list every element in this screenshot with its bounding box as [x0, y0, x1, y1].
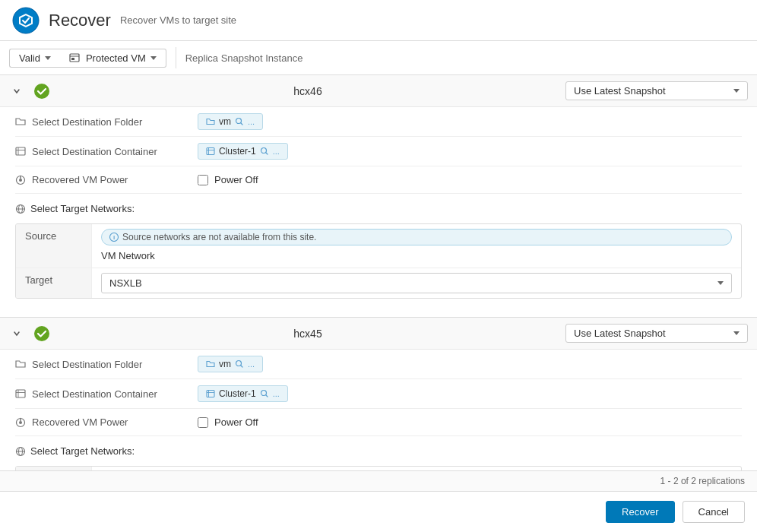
- filter-protected-vm[interactable]: Protected VM: [60, 49, 166, 68]
- vm1-power-checkbox[interactable]: [198, 175, 208, 185]
- svg-rect-3: [71, 58, 74, 60]
- vm1-status-icon: [33, 83, 50, 100]
- vm2-networks-title: Select Target Networks:: [15, 442, 742, 460]
- vm2-dest-folder-row: Select Destination Folder vm: [15, 350, 742, 379]
- vm2-details: Select Destination Folder vm: [0, 350, 757, 470]
- check-circle-icon: [33, 83, 50, 100]
- vm1-networks-section: Select Target Networks: Source i: [15, 200, 742, 305]
- vm1-folder-tag[interactable]: vm ...: [198, 113, 263, 130]
- vm-header-row-2: hcx45 Use Latest Snapshot: [0, 318, 757, 350]
- chevron-down-icon-2: [13, 330, 21, 337]
- svg-line-33: [265, 395, 268, 397]
- vm2-folder-search-icon: [235, 359, 244, 369]
- vm2-snapshot-select[interactable]: Use Latest Snapshot: [565, 324, 748, 343]
- replica-snapshot-label: Replica Snapshot Instance: [185, 52, 303, 64]
- vm1-container-dots: ...: [273, 147, 280, 156]
- vm1-target-label: Target: [16, 268, 92, 298]
- filter-valid[interactable]: Valid: [9, 49, 60, 68]
- folder-icon: [15, 116, 26, 127]
- vm2-networks-table: Source i Source networks are not availab…: [15, 466, 742, 470]
- vm1-networks-table: Source i Source networks are not availab…: [15, 223, 742, 299]
- vm1-power-checkbox-wrap: Power Off: [198, 174, 258, 185]
- vm2-power-row: Recovered VM Power Power Off: [15, 409, 742, 436]
- vm1-source-info-text: Source networks are not available from t…: [122, 232, 316, 242]
- recover-button[interactable]: Recover: [606, 501, 674, 523]
- vm1-container-tag[interactable]: Cluster-1 ...: [198, 143, 288, 160]
- filter-valid-label: Valid: [19, 52, 40, 64]
- network-icon: [15, 204, 26, 214]
- info-icon: i: [109, 233, 119, 242]
- protected-vm-icon: [69, 52, 80, 63]
- vm1-details: Select Destination Folder vm: [0, 107, 757, 317]
- svg-point-0: [13, 8, 39, 33]
- folder-tag-icon: [206, 117, 215, 126]
- vm2-folder-dots: ...: [248, 359, 255, 369]
- vm1-target-select[interactable]: NSXLB: [101, 273, 732, 293]
- vm1-container-search-icon: [260, 147, 269, 156]
- vm1-container-name: Cluster-1: [219, 146, 256, 157]
- vm1-snapshot-chevron: [733, 89, 740, 93]
- vm1-snapshot-value: Use Latest Snapshot: [574, 85, 666, 97]
- svg-line-14: [265, 153, 268, 155]
- vm1-dest-folder-value: vm ...: [198, 107, 742, 136]
- vm-section-1: hcx46 Use Latest Snapshot Select Destina…: [0, 75, 757, 318]
- status-text: 1 - 2 of 2 replications: [660, 476, 745, 486]
- power-icon-2: [15, 417, 26, 428]
- vm1-expand-chevron[interactable]: [9, 84, 24, 99]
- vm2-container-dots: ...: [273, 389, 280, 398]
- filter-protected-vm-label: Protected VM: [86, 52, 146, 64]
- vm1-network-source-row: Source i Source networks are not availab…: [16, 224, 741, 268]
- vm2-snapshot-chevron: [733, 331, 740, 335]
- vm2-container-name: Cluster-1: [219, 388, 256, 399]
- vm2-container-tag[interactable]: Cluster-1 ...: [198, 385, 288, 402]
- vm2-expand-chevron[interactable]: [9, 326, 24, 341]
- vm1-dest-folder-row: Select Destination Folder vm: [15, 107, 742, 137]
- vm1-power-value: Power Off: [198, 168, 742, 192]
- vm2-power-text: Power Off: [214, 416, 258, 428]
- vm1-dest-container-row: Select Destination Container Cluster-1: [15, 137, 742, 166]
- status-bar: 1 - 2 of 2 replications: [0, 470, 757, 491]
- vm1-folder-dots: ...: [248, 117, 255, 126]
- vm1-source-info-tag: i Source networks are not available from…: [101, 229, 732, 245]
- vm-section-2: hcx45 Use Latest Snapshot Select Destina…: [0, 318, 757, 470]
- vm2-power-value: Power Off: [198, 410, 742, 434]
- vm1-target-value: NSXLB: [92, 268, 741, 298]
- vm1-dest-folder-label: Select Destination Folder: [15, 110, 198, 134]
- vm2-snapshot-value: Use Latest Snapshot: [574, 328, 666, 339]
- container-icon: [15, 146, 26, 157]
- vm1-source-value: i Source networks are not available from…: [92, 224, 741, 268]
- power-icon: [15, 175, 26, 185]
- footer: Recover Cancel: [0, 491, 757, 532]
- vm2-dest-folder-value: vm ...: [198, 350, 742, 378]
- vm1-name: hcx46: [59, 85, 556, 97]
- vm2-container-search-icon: [260, 389, 269, 398]
- cancel-button[interactable]: Cancel: [683, 501, 745, 523]
- filter-bar: Valid Protected VM Replica Snapshot Inst…: [0, 41, 757, 75]
- vm1-power-text: Power Off: [214, 174, 258, 185]
- vm2-power-checkbox-wrap: Power Off: [198, 416, 258, 428]
- vm2-name: hcx45: [59, 328, 556, 340]
- vm1-folder-search-icon: [235, 117, 244, 126]
- vm-header-row-1: hcx46 Use Latest Snapshot: [0, 75, 757, 107]
- vm2-dest-container-value: Cluster-1 ...: [198, 379, 742, 408]
- svg-text:i: i: [113, 234, 115, 241]
- vm2-folder-name: vm: [219, 359, 231, 369]
- svg-point-4: [34, 84, 49, 99]
- cluster-tag-icon: [206, 147, 215, 156]
- vm2-power-checkbox[interactable]: [198, 417, 208, 428]
- filter-protected-vm-chevron: [150, 56, 157, 60]
- svg-point-16: [19, 179, 22, 182]
- vm2-source-label: Source: [16, 467, 92, 470]
- vm1-power-label: Recovered VM Power: [15, 168, 198, 192]
- vm1-networks-title: Select Target Networks:: [15, 200, 742, 217]
- vm2-folder-tag[interactable]: vm ...: [198, 356, 263, 372]
- vm2-dest-container-row: Select Destination Container Cluster-1: [15, 379, 742, 409]
- vm1-snapshot-select[interactable]: Use Latest Snapshot: [565, 81, 748, 100]
- network-icon-2: [15, 446, 26, 457]
- vm-list-scroll[interactable]: hcx46 Use Latest Snapshot Select Destina…: [0, 75, 757, 470]
- filter-valid-chevron: [45, 56, 51, 60]
- vm2-source-value: i Source networks are not available from…: [92, 467, 741, 470]
- vm2-dest-container-label: Select Destination Container: [15, 382, 198, 406]
- chevron-down-icon: [13, 87, 21, 95]
- vm1-folder-name: vm: [219, 116, 231, 127]
